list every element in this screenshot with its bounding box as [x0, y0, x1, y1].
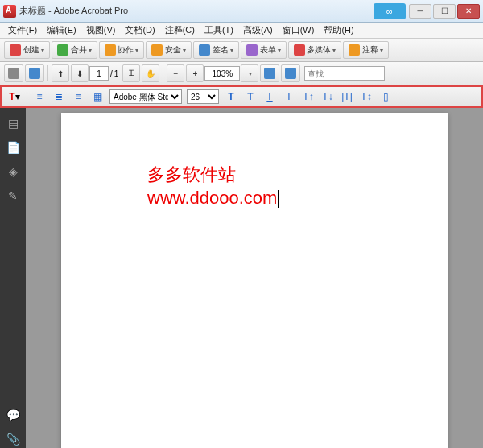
title-bar: 未标题 - Adobe Acrobat Pro ∞ ─ ☐ ✕ [0, 0, 483, 23]
fit-page-icon [285, 68, 296, 79]
text-transform-button[interactable]: T↕ [357, 89, 375, 105]
hand-icon: ✋ [146, 69, 155, 78]
forms-icon [246, 44, 258, 56]
cursor-icon: Ꮖ [129, 68, 134, 78]
maximize-button[interactable]: ☐ [433, 4, 456, 19]
zoom-input[interactable] [204, 66, 240, 81]
create-button[interactable]: 创建▾ [4, 41, 50, 59]
find-input[interactable] [304, 66, 385, 81]
menu-edit[interactable]: 编辑(E) [42, 23, 81, 38]
text-style-button[interactable]: |T| [338, 89, 356, 105]
app-name: Adobe Acrobat Pro [54, 6, 128, 15]
separator [163, 65, 163, 81]
print-button[interactable] [4, 64, 23, 82]
text-edit-frame[interactable]: 多多软件站 www.ddooo.com [142, 160, 415, 448]
menu-advanced[interactable]: 高级(A) [238, 23, 278, 38]
document-canvas[interactable]: 多多软件站 www.ddooo.com [26, 108, 483, 448]
separator [47, 65, 48, 81]
comment-icon [349, 44, 360, 56]
vertical-text-button[interactable]: T [242, 89, 259, 105]
pdf-page: 多多软件站 www.ddooo.com [61, 113, 448, 448]
multimedia-icon [294, 44, 305, 56]
clear-format-button[interactable]: ▯ [377, 89, 394, 105]
layers-panel-icon[interactable]: ◈ [3, 162, 23, 181]
page-separator: / [110, 69, 113, 78]
align-center-button[interactable]: ≣ [50, 89, 68, 105]
secure-button[interactable]: 安全▾ [146, 41, 192, 59]
sign-icon [199, 44, 210, 56]
menu-file[interactable]: 文件(F) [3, 23, 42, 38]
menu-window[interactable]: 窗口(W) [278, 23, 320, 38]
fit-width-button[interactable] [260, 64, 279, 82]
menu-view[interactable]: 视图(V) [81, 23, 121, 38]
merge-button[interactable]: 合并▾ [52, 41, 97, 59]
signatures-panel-icon[interactable]: ✎ [3, 186, 23, 205]
align-justify-button[interactable]: ▦ [89, 89, 106, 105]
text-color-button[interactable]: T▾ [6, 89, 23, 105]
superscript-button[interactable]: T↑ [299, 89, 317, 105]
menu-bar: 文件(F) 编辑(E) 视图(V) 文档(D) 注释(C) 工具(T) 高级(A… [0, 23, 483, 39]
menu-tools[interactable]: 工具(T) [200, 23, 238, 38]
collaborate-icon [105, 44, 116, 56]
zoom-in-button[interactable]: + [186, 64, 204, 82]
strikethrough-button[interactable]: T [280, 89, 298, 105]
hand-tool-button[interactable]: ✋ [142, 64, 159, 82]
envelope-icon [29, 68, 40, 79]
cloud-sync-icon[interactable]: ∞ [374, 3, 406, 19]
horizontal-text-button[interactable]: T [222, 89, 240, 105]
navigation-panel: ▤ 📄 ◈ ✎ 💬 📎 [0, 108, 26, 448]
font-family-select[interactable]: Adobe 黑体 Std R [109, 89, 182, 104]
fit-page-button[interactable] [281, 64, 300, 82]
pages-panel-icon[interactable]: ▤ [3, 114, 23, 133]
select-tool-button[interactable]: Ꮖ [122, 64, 140, 82]
navigation-toolbar: ⬆ ⬇ / 1 Ꮖ ✋ − + ▾ [0, 62, 483, 85]
menu-comments[interactable]: 注释(C) [160, 23, 200, 38]
menu-help[interactable]: 帮助(H) [319, 23, 358, 38]
attachments-panel-icon[interactable]: 📎 [3, 429, 23, 448]
zoom-out-button[interactable]: − [167, 64, 184, 82]
text-line-1[interactable]: 多多软件站 [147, 164, 410, 187]
merge-icon [57, 44, 68, 56]
underline-button[interactable]: T [261, 89, 279, 105]
text-color-icon: T [9, 91, 14, 102]
doc-title: 未标题 [19, 6, 46, 15]
page-number-input[interactable] [89, 66, 109, 81]
multimedia-button[interactable]: 多媒体▾ [288, 41, 342, 59]
subscript-button[interactable]: T↓ [319, 89, 336, 105]
menu-document[interactable]: 文档(D) [120, 23, 159, 38]
workspace: ▤ 📄 ◈ ✎ 💬 📎 多多软件站 www.ddooo.com [0, 108, 483, 448]
main-toolbar: 创建▾ 合并▾ 协作▾ 安全▾ 签名▾ 表单▾ 多媒体▾ 注释▾ [0, 39, 483, 62]
comments-panel-icon[interactable]: 💬 [3, 405, 23, 425]
comment-button[interactable]: 注释▾ [343, 41, 389, 59]
fit-width-icon [264, 68, 275, 79]
bookmarks-panel-icon[interactable]: 📄 [3, 138, 23, 157]
window-title: 未标题 - Adobe Acrobat Pro [19, 5, 374, 17]
email-button[interactable] [25, 64, 44, 82]
collaborate-button[interactable]: 协作▾ [99, 41, 145, 59]
text-cursor [278, 190, 279, 208]
minimize-button[interactable]: ─ [409, 4, 431, 19]
forms-button[interactable]: 表单▾ [241, 41, 287, 59]
page-total: 1 [114, 69, 119, 78]
acrobat-app-icon [3, 5, 16, 18]
zoom-dropdown[interactable]: ▾ [241, 64, 258, 82]
page-up-button[interactable]: ⬆ [52, 64, 69, 82]
align-left-button[interactable]: ≡ [31, 89, 48, 105]
create-icon [10, 44, 21, 56]
page-down-button[interactable]: ⬇ [71, 64, 89, 82]
text-format-toolbar: T▾ ≡ ≣ ≡ ▦ Adobe 黑体 Std R 26 T T T T T↑ … [0, 85, 483, 108]
align-right-button[interactable]: ≡ [69, 89, 87, 105]
lock-icon [151, 44, 163, 56]
close-button[interactable]: ✕ [457, 4, 480, 19]
sign-button[interactable]: 签名▾ [193, 41, 239, 59]
printer-icon [8, 68, 19, 79]
font-size-select[interactable]: 26 [187, 89, 219, 104]
text-line-2[interactable]: www.ddooo.com [147, 187, 279, 210]
separator [27, 89, 27, 105]
